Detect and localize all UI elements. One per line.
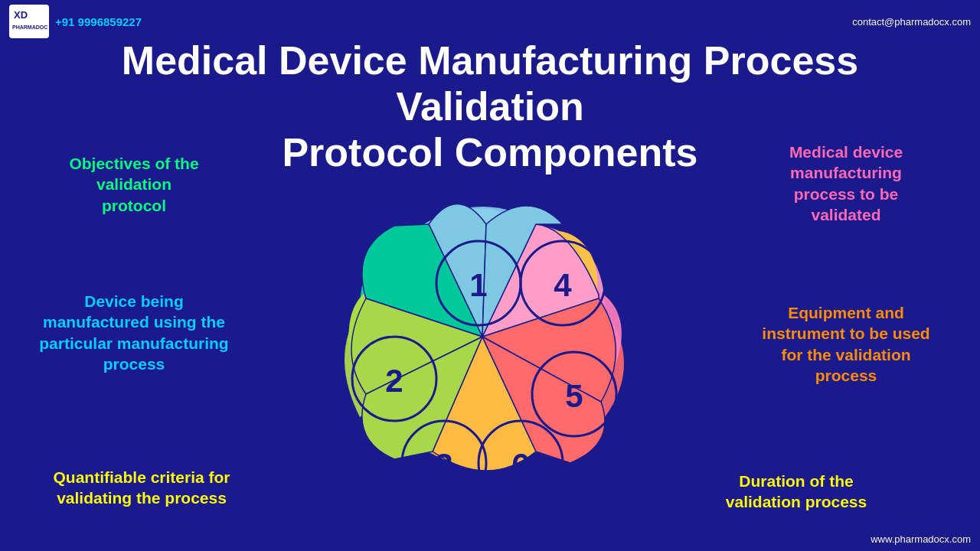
svg-text:PHARMADOCX: PHARMADOCX: [12, 24, 47, 30]
svg-text:2: 2: [385, 363, 403, 399]
logo-area: XD PHARMADOCX +91 9996859227: [9, 5, 142, 38]
logo: XD PHARMADOCX: [9, 5, 49, 38]
svg-text:3: 3: [435, 447, 452, 483]
website-url: www.pharmadocx.com: [871, 533, 971, 545]
svg-text:XD: XD: [14, 9, 28, 21]
svg-text:6: 6: [511, 447, 529, 483]
label-device: Device beingmanufactured using thepartic…: [8, 291, 260, 374]
label-objectives: Objectives of thevalidationprotocol: [15, 153, 253, 216]
svg-text:5: 5: [565, 378, 583, 414]
label-equipment: Equipment andinstrument to be usedfor th…: [716, 302, 976, 386]
header-bar: XD PHARMADOCX +91 9996859227 contact@pha…: [0, 0, 980, 43]
title-line1: Medical Device Manufacturing Process Val…: [122, 38, 858, 129]
phone-number: +91 9996859227: [55, 15, 142, 28]
pinwheel-svg: 1 2 3 4 5 6: [260, 142, 704, 532]
svg-text:4: 4: [554, 267, 572, 303]
diagram-area: 1 2 3 4 5 6: [260, 142, 704, 532]
label-duration: Duration of thevalidation process: [674, 471, 919, 513]
label-criteria: Quantifiable criteria forvalidating the …: [11, 467, 272, 509]
svg-text:1: 1: [469, 267, 487, 303]
email-address: contact@pharmadocx.com: [852, 16, 971, 28]
label-medical-device: Medical devicemanufacturingprocess to be…: [720, 142, 972, 225]
